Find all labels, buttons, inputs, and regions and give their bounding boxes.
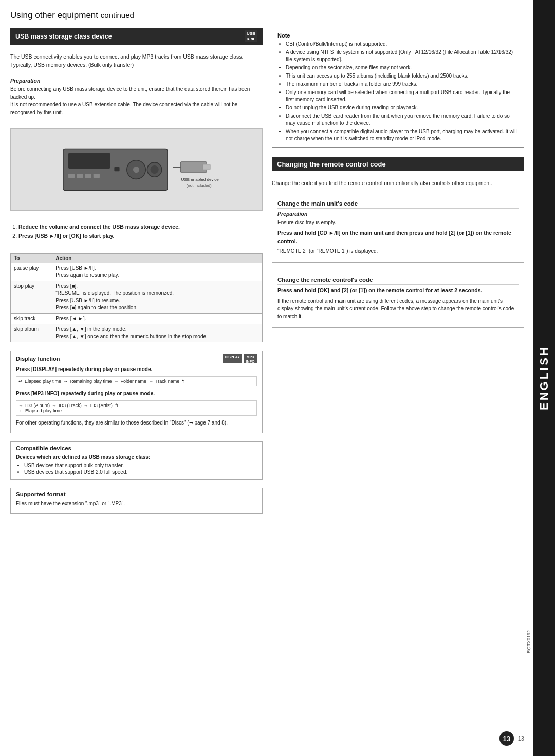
change-main-result: "REMOTE 2" (or "REMOTE 1") is displayed. xyxy=(278,247,519,255)
device-image: USB enabled device (not included) xyxy=(10,128,263,211)
change-remote-title: Change the remote control's code xyxy=(278,276,519,285)
list-item: Depending on the sector size, some files… xyxy=(286,64,519,71)
table-cell-action: Press [■]."RESUME" is displayed. The pos… xyxy=(52,281,263,314)
flow-item: Remaining play time xyxy=(70,379,112,384)
page-title: Using other equipment continued xyxy=(10,10,524,21)
flow-diagram-1: ↵ Elapsed play time → Remaining play tim… xyxy=(16,376,257,386)
list-item: The maximum number of tracks in a folder… xyxy=(286,81,519,88)
page-container: Using other equipment continued USB mass… xyxy=(0,0,555,756)
press-display-text: Press [DISPLAY] repeatedly during play o… xyxy=(16,365,257,373)
flow-arrow: → xyxy=(52,403,57,408)
flow-row-1: → ID3 (Album) → ID3 (Track) → ID3 (Artis… xyxy=(18,403,254,408)
display-header: Display function DISPLAY MP3INFO xyxy=(16,354,257,363)
changing-remote-header: Changing the remote control code xyxy=(272,157,524,171)
page-circle: 13 xyxy=(499,731,514,746)
change-main-prep-text: Ensure disc tray is empty. xyxy=(278,218,519,226)
compatible-list: USB devices that support bulk only trans… xyxy=(16,463,257,475)
english-tab: ENGLISH xyxy=(533,0,555,756)
compatible-devices-section: Compatible devices Devices which are def… xyxy=(10,441,263,480)
svg-rect-12 xyxy=(203,164,211,170)
changing-remote-intro: Change the code if you find the remote c… xyxy=(272,179,524,188)
flow-item: ID3 (Track) xyxy=(59,403,82,408)
supported-format-title: Supported format xyxy=(16,491,257,497)
changing-remote-title: Changing the remote control code xyxy=(277,160,386,168)
usb-badge-line2: ►/II xyxy=(247,36,255,42)
preparation-block: Preparation Before connecting any USB ma… xyxy=(10,78,263,119)
table-header-to: To xyxy=(11,254,52,263)
svg-text:USB enabled device: USB enabled device xyxy=(181,177,219,182)
usb-section-header: USB mass storage class device USB ►/II xyxy=(10,28,263,45)
svg-text:(not included): (not included) xyxy=(187,182,212,187)
list-item: This unit can access up to 255 albums (i… xyxy=(286,72,519,80)
table-header-action: Action xyxy=(52,254,263,263)
two-column-layout: USB mass storage class device USB ►/II T… xyxy=(10,28,524,726)
table-cell-action: Press [◄ ►]. xyxy=(52,314,263,324)
device-svg: USB enabled device (not included) xyxy=(23,133,249,206)
preparation-label: Preparation xyxy=(10,78,263,84)
flow-item: Track name xyxy=(155,379,179,384)
mp3-info-icon: MP3INFO xyxy=(244,354,257,363)
table-cell-action: Press [▲, ▼] in the play mode.Press [▲, … xyxy=(52,324,263,342)
compatible-subtitle: Devices which are defined as USB mass st… xyxy=(16,453,257,461)
flow-item: Elapsed play time xyxy=(25,379,61,384)
usb-intro-text: The USB connectivity enables you to conn… xyxy=(10,53,263,69)
page-number-text: 13 xyxy=(518,735,524,742)
usb-badge-line1: USB xyxy=(247,31,255,36)
svg-rect-1 xyxy=(68,153,110,168)
change-main-code-section: Change the main unit's code Preparation … xyxy=(272,196,524,263)
list-item: Do not unplug the USB device during read… xyxy=(286,104,519,112)
list-item: USB devices that support USB 2.0 full sp… xyxy=(24,469,257,475)
flow-item: → xyxy=(18,403,23,408)
table-row: skip album Press [▲, ▼] in the play mode… xyxy=(11,324,263,342)
table-cell-to: stop play xyxy=(11,281,52,314)
change-remote-followup: If the remote control and main unit are … xyxy=(278,297,519,320)
english-tab-text: ENGLISH xyxy=(538,346,551,411)
flow-row-2: ← Elapsed play time xyxy=(18,408,254,413)
supported-format-section: Supported format Files must have the ext… xyxy=(10,488,263,514)
table-cell-to: pause play xyxy=(11,263,52,281)
note-title: Note xyxy=(278,32,519,39)
table-cell-action: Press [USB ►/II].Press again to resume p… xyxy=(52,263,263,281)
flow-item: ← xyxy=(18,408,23,413)
list-item: USB devices that support bulk only trans… xyxy=(24,463,257,468)
change-main-title: Change the main unit's code xyxy=(278,200,519,209)
flow-arrow: → xyxy=(149,379,153,384)
display-icons: DISPLAY MP3INFO xyxy=(223,354,257,363)
compatible-devices-title: Compatible devices xyxy=(16,445,257,451)
change-main-prep-label: Preparation xyxy=(278,211,519,217)
flow-arrow: → xyxy=(114,379,119,384)
other-functions-text: For other operating functions, they are … xyxy=(16,419,257,427)
flow-item: ↵ xyxy=(18,379,23,384)
svg-rect-5 xyxy=(94,174,100,178)
note-box: Note CBI (Control/Bulk/Interrupt) is not… xyxy=(272,28,524,148)
svg-point-7 xyxy=(151,165,159,174)
flow-item: Folder name xyxy=(121,379,147,384)
table-row: pause play Press [USB ►/II].Press again … xyxy=(11,263,263,281)
flow-arrow: → xyxy=(63,379,68,384)
display-section: Display function DISPLAY MP3INFO Press [… xyxy=(10,351,263,433)
step-1: Reduce the volume and connect the USB ma… xyxy=(18,223,263,231)
svg-rect-8 xyxy=(115,167,120,171)
flow-diagram-2: → ID3 (Album) → ID3 (Track) → ID3 (Artis… xyxy=(16,400,257,416)
main-content: Using other equipment continued USB mass… xyxy=(0,0,533,756)
change-remote-code-section: Change the remote control's code Press a… xyxy=(272,272,524,328)
table-cell-to: skip album xyxy=(11,324,52,342)
list-item: A device using NTFS file system is not s… xyxy=(286,49,519,63)
action-table: To Action pause play Press [USB ►/II].Pr… xyxy=(10,253,263,342)
supported-format-text: Files must have the extension ".mp3" or … xyxy=(16,500,257,507)
steps-list: Reduce the volume and connect the USB ma… xyxy=(10,223,263,243)
table-row: stop play Press [■]."RESUME" is displaye… xyxy=(11,281,263,314)
usb-section-title: USB mass storage class device xyxy=(15,33,112,40)
list-item: When you connect a compatible digital au… xyxy=(286,128,519,142)
flow-arrow: → xyxy=(84,403,88,408)
list-item: CBI (Control/Bulk/Interrupt) is not supp… xyxy=(286,41,519,48)
preparation-text: Before connecting any USB mass storage d… xyxy=(10,85,263,116)
usb-icon-badge: USB ►/II xyxy=(245,30,257,42)
svg-rect-4 xyxy=(85,174,91,178)
page-number: 13 xyxy=(503,735,510,743)
title-suffix: continued xyxy=(101,11,134,20)
flow-arrow: ↰ xyxy=(181,379,186,384)
step-2: Press [USB ►/II] or [OK] to start play. xyxy=(18,232,263,241)
change-remote-instruction: Press and hold [OK] and [2] (or [1]) on … xyxy=(278,287,519,295)
left-column: USB mass storage class device USB ►/II T… xyxy=(10,28,263,726)
